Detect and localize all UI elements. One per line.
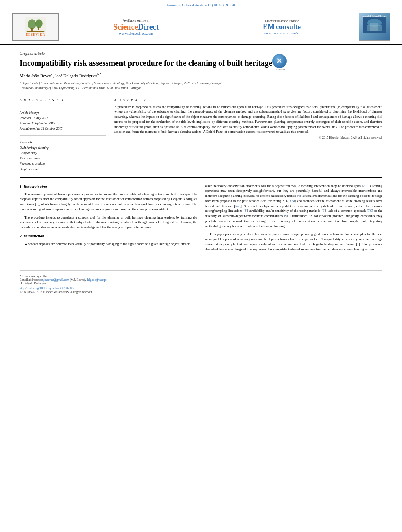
available-date: Available online 12 October 2015 <box>20 126 106 132</box>
keyword-3: Risk assessment <box>20 156 106 161</box>
svg-point-3 <box>35 19 43 28</box>
journal-thumbnail: Journal of Cultural Heritage <box>359 13 390 41</box>
available-online-text: Available online at <box>67 19 205 22</box>
thumb-image-icon <box>363 17 386 33</box>
svg-rect-9 <box>370 23 378 31</box>
keywords-section: Keywords: Built heritage cleaning Compat… <box>20 140 106 172</box>
ref-79[interactable]: 7,9 <box>368 209 372 213</box>
elsevier-tree-icon <box>24 17 47 33</box>
affiliations: ᵃ Department of Conservation and Restora… <box>20 81 382 91</box>
issn-line: 1296-2074/© 2015 Elsevier Masson SAS. Al… <box>20 290 382 294</box>
article-body: Original article Incompatibility risk as… <box>0 45 402 263</box>
sd-science: Science <box>113 22 138 31</box>
affiliation-a: ᵃ Department of Conservation and Restora… <box>20 81 382 86</box>
section-1-para-2: The procedure intends to constitute a su… <box>20 215 197 230</box>
divider-bottom <box>20 177 382 178</box>
email-addresses: E-mail addresses: mjoarevez@gmail.com (M… <box>20 278 382 285</box>
info-divider-1 <box>20 106 106 106</box>
received-date: Received 31 July 2015 <box>20 115 106 121</box>
section-1-para-1: The research presented herein proposes a… <box>20 192 197 212</box>
keyword-5: Delphi method <box>20 167 106 172</box>
banner-sciencedirect: Available online at ScienceDirect www.sc… <box>67 19 205 35</box>
article-title: Incompatibility risk assessment procedur… <box>20 58 272 68</box>
banner-em-consulte: Elsevier Masson France EM|consulte www.e… <box>213 19 351 35</box>
email1-name: (M.J. Revez), <box>70 278 86 282</box>
email2-name: (J. Delgado Rodrigues). <box>20 282 382 285</box>
authors: Maria João Reveza, José Delgado Rodrigue… <box>20 72 382 78</box>
author-names: Maria João Reveza, José Delgado Rodrigue… <box>20 73 101 78</box>
body-content: 1. Research aims The research presented … <box>20 184 382 255</box>
keyword-2: Compatibility <box>20 150 106 156</box>
sciencedirect-logo: ScienceDirect <box>67 22 205 32</box>
ref-9[interactable]: 9 <box>323 209 324 213</box>
ref-2-3[interactable]: 2,3 <box>363 184 367 188</box>
ref-1b[interactable]: 1 <box>357 242 359 246</box>
history-label: Article history: <box>20 110 106 116</box>
abstract-col: A B S T R A C T A procedure is proposed … <box>114 98 382 172</box>
accepted-date: Accepted 8 September 2015 <box>20 121 106 126</box>
banner: ELSEVIER Available online at ScienceDire… <box>0 9 402 45</box>
journal-header: Journal of Cultural Heritage 18 (2016) 2… <box>0 0 402 9</box>
crossmark-icon: ✕ <box>272 54 287 68</box>
elsevier-text: ELSEVIER <box>26 33 45 37</box>
em-consult-logo: EM|consulte <box>213 23 351 31</box>
section-2-heading: 2. Introduction <box>20 233 197 239</box>
doi-link[interactable]: http://dx.doi.org/10.1016/j.culher.2015.… <box>20 287 382 290</box>
thumb-inner: Journal of Cultural Heritage <box>359 13 390 40</box>
ref-4[interactable]: 4 <box>298 194 300 198</box>
elsevier-masson-text: Elsevier Masson France <box>213 19 351 23</box>
email2[interactable]: delgado@lnec.pt <box>87 278 107 282</box>
body-col-left: 1. Research aims The research presented … <box>20 184 197 255</box>
footer: * Corresponding author. E-mail addresses… <box>0 263 402 297</box>
em-url[interactable]: www.em-consulte.com/en <box>213 31 351 35</box>
copyright: © 2015 Elsevier Masson SAS. All rights r… <box>114 136 382 139</box>
article-history: Article history: Received 31 July 2015 A… <box>20 110 106 132</box>
sd-url[interactable]: www.sciencedirect.com <box>67 32 205 35</box>
article-info-abstract: A R T I C L E I N F O Article history: R… <box>20 98 382 172</box>
divider-top <box>20 95 382 95</box>
journal-title: Journal of Cultural Heritage 18 (2016) 2… <box>167 3 235 7</box>
crossmark-badge: ✕ CrossMark <box>272 54 288 70</box>
svg-rect-2 <box>31 28 32 31</box>
section-1-heading: 1. Research aims <box>20 184 197 189</box>
page: Journal of Cultural Heritage 18 (2016) 2… <box>0 0 402 532</box>
ref-6-8[interactable]: 6–8 <box>235 204 240 208</box>
em-text: EM <box>263 23 274 31</box>
ref-9b[interactable]: 9 <box>285 214 287 218</box>
email-label: E-mail addresses: <box>20 278 41 282</box>
section-2-para-1: Whenever deposits are believed to be act… <box>20 241 197 247</box>
right-para-2: This paper presents a procedure that aim… <box>205 232 382 252</box>
keyword-4: Planning procedure <box>20 161 106 167</box>
consulte-text: consulte <box>276 23 301 31</box>
keywords-label: Keywords: <box>20 140 106 145</box>
footer-divider <box>20 270 382 271</box>
corresponding-author-note: * Corresponding author. <box>20 274 382 278</box>
crossmark-label: CrossMark <box>272 68 288 70</box>
article-info-col: A R T I C L E I N F O Article history: R… <box>20 98 106 172</box>
ref-235[interactable]: 2,3,5 <box>287 199 294 203</box>
article-type: Original article <box>20 51 382 56</box>
ref-8b[interactable]: 8 <box>245 209 246 213</box>
email1[interactable]: mjoarevez@gmail.com <box>41 278 69 282</box>
svg-point-1 <box>28 19 36 29</box>
info-divider-2 <box>20 135 106 136</box>
right-para-1: when necessary conservation treatments c… <box>205 184 382 229</box>
body-col-right: when necessary conservation treatments c… <box>205 184 382 255</box>
article-info-label: A R T I C L E I N F O <box>20 98 106 102</box>
elsevier-logo: ELSEVIER <box>12 13 59 41</box>
svg-rect-4 <box>38 27 39 30</box>
ref-1[interactable]: 1 <box>36 202 38 206</box>
abstract-label: A B S T R A C T <box>114 98 382 102</box>
affiliation-b: ᵇ National Laboratory of Civil Engineeri… <box>20 86 382 91</box>
sd-direct: Direct <box>138 22 159 31</box>
abstract-text: A procedure is proposed to assess the co… <box>114 104 382 135</box>
keyword-1: Built heritage cleaning <box>20 145 106 151</box>
